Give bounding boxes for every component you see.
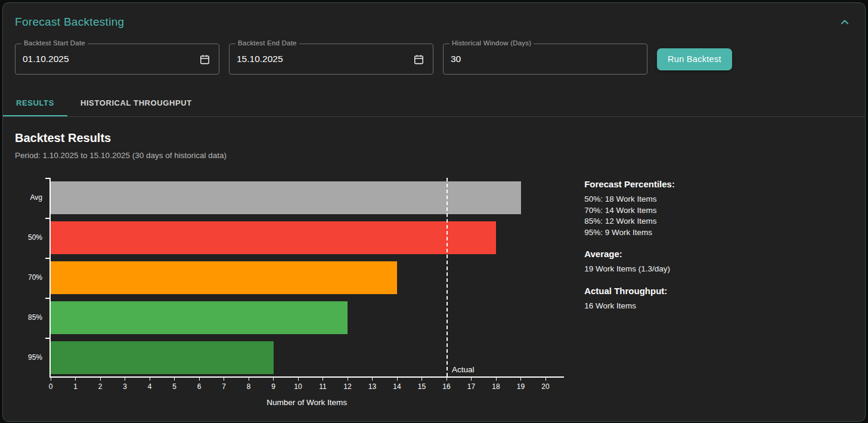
bar-50pct bbox=[51, 221, 496, 254]
panel-header: Forecast Backtesting bbox=[3, 3, 865, 36]
x-axis-tick bbox=[100, 378, 101, 381]
y-axis-tick bbox=[45, 178, 49, 179]
start-date-label: Backtest Start Date bbox=[21, 39, 88, 47]
x-axis-tick-label: 4 bbox=[141, 382, 159, 391]
results-header: Backtest Results Period: 1.10.2025 to 15… bbox=[3, 117, 865, 160]
x-axis-tick bbox=[199, 378, 200, 381]
x-axis-tick bbox=[125, 378, 125, 381]
tab-results[interactable]: RESULTS bbox=[3, 90, 67, 116]
historical-window-label: Historical Window (Days) bbox=[450, 39, 534, 47]
x-axis-tick-label: 20 bbox=[537, 382, 554, 391]
x-axis-tick-label: 18 bbox=[487, 382, 505, 391]
x-axis-tick bbox=[372, 378, 373, 381]
x-axis-tick-label: 14 bbox=[388, 382, 406, 391]
x-axis-tick-label: 0 bbox=[42, 382, 60, 391]
x-axis-tick bbox=[51, 378, 51, 381]
x-axis-tick-label: 8 bbox=[240, 382, 258, 391]
forecast-backtesting-panel: Forecast Backtesting Backtest Start Date… bbox=[2, 2, 866, 422]
end-date-input[interactable] bbox=[237, 54, 412, 64]
x-axis-tick bbox=[298, 378, 299, 381]
backtest-chart: Avg50%70%85%95%0123456789101112131415161… bbox=[15, 178, 564, 407]
x-axis-tick bbox=[273, 378, 274, 381]
x-axis-tick-label: 6 bbox=[190, 382, 208, 391]
y-axis-tick bbox=[45, 298, 49, 299]
results-period: Period: 1.10.2025 to 15.10.2025 (30 days… bbox=[15, 151, 853, 160]
x-axis-tick bbox=[249, 378, 249, 381]
x-axis-tick-label: 11 bbox=[314, 382, 332, 391]
x-axis-tick bbox=[520, 378, 521, 381]
x-axis-tick-label: 17 bbox=[463, 382, 480, 391]
tab-bar: RESULTS HISTORICAL THROUGHPUT bbox=[3, 90, 865, 117]
x-axis-tick bbox=[174, 378, 175, 381]
y-axis-label-50pct: 50% bbox=[16, 233, 42, 242]
percentile-70-line: 70%: 14 Work Items bbox=[584, 205, 709, 217]
percentile-50-line: 50%: 18 Work Items bbox=[584, 194, 709, 205]
percentiles-block: Forecast Percentiles: 50%: 18 Work Items… bbox=[584, 179, 709, 238]
end-date-label: Backtest End Date bbox=[235, 39, 299, 47]
x-axis-tick bbox=[421, 378, 422, 381]
actual-throughput-line bbox=[447, 178, 448, 376]
calendar-icon bbox=[199, 54, 210, 65]
bar-85pct bbox=[51, 301, 348, 334]
end-date-field[interactable]: Backtest End Date bbox=[229, 44, 433, 75]
average-value: 19 Work Items (1.3/day) bbox=[584, 264, 709, 275]
x-axis-tick bbox=[150, 378, 150, 381]
x-axis-tick-label: 13 bbox=[364, 382, 382, 391]
tab-historical-throughput[interactable]: HISTORICAL THROUGHPUT bbox=[67, 90, 205, 116]
actual-line-label: Actual bbox=[452, 365, 475, 374]
x-axis-tick-label: 7 bbox=[215, 382, 233, 391]
x-axis-tick bbox=[224, 378, 224, 381]
x-axis-tick-label: 9 bbox=[265, 382, 283, 391]
historical-window-field[interactable]: Historical Window (Days) bbox=[443, 44, 647, 75]
y-axis-tick bbox=[45, 218, 49, 219]
x-axis-tick-label: 1 bbox=[67, 382, 85, 391]
x-axis-tick-label: 19 bbox=[512, 382, 530, 391]
x-axis-tick-label: 15 bbox=[413, 382, 431, 391]
x-axis-tick-label: 10 bbox=[289, 382, 307, 391]
results-content: Avg50%70%85%95%0123456789101112131415161… bbox=[3, 160, 865, 407]
x-axis-tick-label: 12 bbox=[339, 382, 356, 391]
x-axis-tick bbox=[75, 378, 76, 381]
bar-70pct bbox=[51, 261, 397, 294]
x-axis-tick bbox=[496, 378, 497, 381]
y-axis-tick bbox=[45, 258, 49, 259]
x-axis-tick-label: 2 bbox=[91, 382, 109, 391]
bar-95pct bbox=[51, 341, 274, 374]
x-axis-tick bbox=[471, 378, 472, 381]
percentile-95-line: 95%: 9 Work Items bbox=[584, 227, 709, 239]
y-axis-tick bbox=[45, 338, 49, 339]
y-axis-label-85pct: 85% bbox=[16, 313, 42, 322]
x-axis-tick bbox=[323, 378, 323, 381]
actual-throughput-value: 16 Work Items bbox=[584, 301, 709, 312]
x-axis-tick-label: 16 bbox=[438, 382, 455, 391]
start-date-field[interactable]: Backtest Start Date bbox=[15, 44, 219, 75]
y-axis-label-70pct: 70% bbox=[16, 273, 42, 282]
end-date-picker-button[interactable] bbox=[412, 53, 426, 66]
average-block: Average: 19 Work Items (1.3/day) bbox=[584, 249, 709, 275]
chart-plot-area: Avg50%70%85%95%0123456789101112131415161… bbox=[49, 178, 564, 378]
backtest-form: Backtest Start Date Backtest End Date Hi… bbox=[3, 36, 865, 75]
x-axis-tick bbox=[348, 378, 348, 381]
historical-window-input[interactable] bbox=[451, 54, 640, 64]
collapse-panel-button[interactable] bbox=[836, 14, 853, 30]
percentile-85-line: 85%: 12 Work Items bbox=[584, 216, 709, 227]
x-axis-tick bbox=[545, 378, 546, 381]
calendar-icon bbox=[413, 54, 424, 65]
bar-avg bbox=[51, 181, 521, 214]
results-title: Backtest Results bbox=[15, 131, 853, 145]
chevron-up-icon bbox=[839, 16, 851, 28]
y-axis-label-95pct: 95% bbox=[16, 353, 42, 362]
panel-title: Forecast Backtesting bbox=[15, 16, 124, 29]
y-axis-label-avg: Avg bbox=[16, 193, 42, 202]
run-backtest-button[interactable]: Run Backtest bbox=[657, 48, 732, 70]
actual-throughput-title: Actual Throughput: bbox=[584, 286, 709, 296]
start-date-input[interactable] bbox=[23, 54, 198, 64]
start-date-picker-button[interactable] bbox=[198, 53, 212, 66]
percentiles-title: Forecast Percentiles: bbox=[584, 179, 709, 189]
x-axis-tick bbox=[447, 378, 447, 381]
x-axis-tick-label: 3 bbox=[116, 382, 134, 391]
x-axis-tick-label: 5 bbox=[166, 382, 184, 391]
forecast-summary: Forecast Percentiles: 50%: 18 Work Items… bbox=[584, 178, 709, 407]
average-title: Average: bbox=[584, 249, 709, 259]
x-axis-title: Number of Work Items bbox=[49, 398, 564, 407]
